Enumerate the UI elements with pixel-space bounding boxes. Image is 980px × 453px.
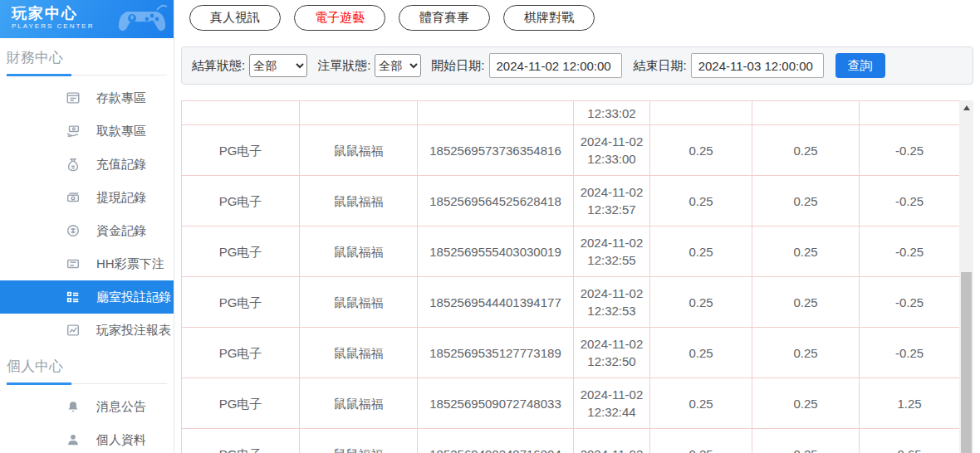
game-cell: PG电子: [182, 429, 300, 453]
sidebar-item-label: 資金記錄: [96, 223, 146, 239]
section-divider: [7, 74, 167, 76]
game-cell: PG电子: [182, 176, 300, 226]
profit-cell: -0.25: [860, 176, 959, 226]
datetime-cell: 2024-11-0212:32:55: [574, 226, 650, 277]
table-row: PG电子鼠鼠福福18525695444013941772024-11-0212:…: [182, 277, 959, 328]
bet-amount-cell: 0.25: [650, 125, 752, 176]
bet-amount-cell: 0.25: [650, 277, 752, 328]
players-center-app: 玩家中心 PLAYERS CENTER 財務中心存款專區取款專區充值記錄提現記錄…: [0, 0, 980, 453]
profit-cell: [860, 101, 959, 125]
profit-cell: 1.25: [860, 378, 959, 429]
section-title: 財務中心: [0, 38, 174, 72]
settle-status-label: 結算狀態:: [192, 58, 245, 74]
order-id-cell: 1852569535127773189: [418, 328, 574, 378]
sidebar-logo: 玩家中心 PLAYERS CENTER: [0, 0, 174, 38]
sidebar-item-cashout-record[interactable]: 提現記錄: [0, 181, 174, 214]
tab-sports[interactable]: 體育賽事: [399, 5, 490, 31]
query-button[interactable]: 查詢: [835, 53, 885, 78]
datetime-cell: 2024-11-02: [574, 429, 650, 453]
game-cell: [182, 101, 300, 125]
person-icon: [65, 431, 81, 448]
sidebar: 玩家中心 PLAYERS CENTER 財務中心存款專區取款專區充值記錄提現記錄…: [0, 0, 174, 453]
order-id-cell: 1852569509072748033: [418, 378, 574, 429]
sidebar-item-label: 個人資料: [96, 432, 146, 448]
section-title: 個人中心: [0, 347, 174, 381]
player-cell: 鼠鼠福福: [300, 125, 418, 176]
order-status-select[interactable]: 全部: [375, 54, 421, 77]
sidebar-item-profile[interactable]: 個人資料: [0, 423, 174, 453]
ticket-icon: [65, 256, 81, 272]
valid-amount-cell: [752, 101, 860, 125]
table-row: PG电子鼠鼠福福18525694902487168042024-11-020.2…: [182, 429, 959, 453]
sidebar-item-withdraw[interactable]: 取款專區: [0, 114, 174, 148]
sidebar-sections: 財務中心存款專區取款專區充值記錄提現記錄資金記錄HH彩票下注廳室投註記錄›玩家投…: [0, 38, 174, 453]
order-id-cell: 1852569573736354816: [418, 125, 574, 176]
main-content: 真人視訊電子遊藝體育賽事棋牌對戰 結算狀態: 全部 注單狀態: 全部 開始日期:…: [174, 0, 980, 453]
filter-bar: 結算狀態: 全部 注單狀態: 全部 開始日期: 結束日期: 查詢: [181, 46, 973, 85]
valid-amount-cell: 0.25: [752, 429, 860, 453]
order-status-label: 注單狀態:: [317, 58, 370, 74]
order-id-cell: 1852569544401394177: [418, 277, 574, 328]
table-row: PG电子鼠鼠福福18525695554030300192024-11-0212:…: [182, 226, 959, 277]
section-divider: [7, 382, 167, 385]
sidebar-item-announcements[interactable]: 消息公告: [0, 390, 174, 423]
sidebar-item-label: 取款專區: [96, 124, 146, 139]
valid-amount-cell: 0.25: [752, 226, 860, 277]
profit-cell: -0.25: [860, 226, 959, 277]
table-row: PG电子鼠鼠福福18525695090727480332024-11-0212:…: [182, 378, 959, 429]
valid-amount-cell: 0.25: [752, 328, 860, 378]
start-date-input[interactable]: [489, 53, 622, 78]
profit-cell: -0.25: [860, 328, 959, 378]
datetime-cell: 2024-11-0212:32:44: [574, 378, 650, 429]
banknote-icon: [65, 189, 81, 206]
sidebar-item-funds-record[interactable]: 資金記錄: [0, 214, 174, 247]
datetime-cell: 2024-11-0212:32:53: [574, 277, 650, 328]
tab-board-games[interactable]: 棋牌對戰: [503, 5, 595, 31]
bell-icon: [65, 398, 81, 415]
datetime-cell: 12:33:02: [574, 101, 650, 125]
table-row: PG电子鼠鼠福福18525695351277731892024-11-0212:…: [182, 328, 959, 378]
player-cell: 鼠鼠福福: [300, 429, 418, 453]
player-cell: 鼠鼠福福: [300, 226, 418, 277]
end-date-input[interactable]: [691, 53, 824, 78]
tab-live-video[interactable]: 真人視訊: [189, 5, 281, 31]
player-cell: 鼠鼠福福: [300, 378, 418, 429]
scroll-up-button[interactable]: [959, 100, 973, 114]
table-row: PG电子鼠鼠福福18525695737363548162024-11-0212:…: [182, 125, 959, 176]
player-cell: 鼠鼠福福: [300, 176, 418, 226]
sidebar-item-recharge-record[interactable]: 充值記錄: [0, 148, 174, 181]
valid-amount-cell: 0.25: [752, 378, 860, 429]
sidebar-item-room-bet-record[interactable]: 廳室投註記錄›: [0, 280, 174, 314]
player-cell: [300, 101, 418, 125]
game-cell: PG电子: [182, 226, 300, 277]
sidebar-item-label: 充值記錄: [96, 157, 146, 173]
table-scrollbar[interactable]: [959, 100, 973, 453]
game-tabs: 真人視訊電子遊藝體育賽事棋牌對戰: [181, 0, 980, 31]
valid-amount-cell: 0.25: [752, 125, 860, 176]
chart-report-icon: [65, 322, 81, 339]
game-cell: PG电子: [182, 378, 300, 429]
start-date-label: 開始日期:: [431, 58, 484, 74]
sidebar-item-hh-lottery[interactable]: HH彩票下注: [0, 247, 174, 280]
order-id-cell: 1852569490248716804: [418, 429, 574, 453]
chevron-right-icon: ›: [154, 290, 159, 304]
bet-amount-cell: [650, 101, 752, 125]
sidebar-item-label: HH彩票下注: [96, 256, 164, 272]
player-cell: 鼠鼠福福: [300, 328, 418, 378]
bet-amount-cell: 0.25: [650, 328, 752, 378]
datetime-cell: 2024-11-0212:32:50: [574, 328, 650, 378]
tab-slots[interactable]: 電子遊藝: [294, 5, 385, 31]
scrollbar-thumb[interactable]: [961, 272, 972, 453]
sidebar-item-deposit[interactable]: 存款專區: [0, 81, 174, 114]
table-row: PG电子鼠鼠福福18525695645256284182024-11-0212:…: [182, 176, 959, 226]
game-cell: PG电子: [182, 277, 300, 328]
order-id-cell: 1852569564525628418: [418, 176, 574, 226]
sidebar-item-player-bet-report[interactable]: 玩家投注報表: [0, 314, 174, 347]
settle-status-select[interactable]: 全部: [249, 54, 307, 77]
end-date-label: 結束日期:: [634, 58, 687, 74]
game-cell: PG电子: [182, 125, 300, 176]
gamepad-icon: [115, 2, 169, 38]
profit-cell: -0.25: [860, 125, 959, 176]
sidebar-item-label: 廳室投註記錄: [96, 290, 171, 305]
moneybag-icon: [65, 156, 81, 173]
